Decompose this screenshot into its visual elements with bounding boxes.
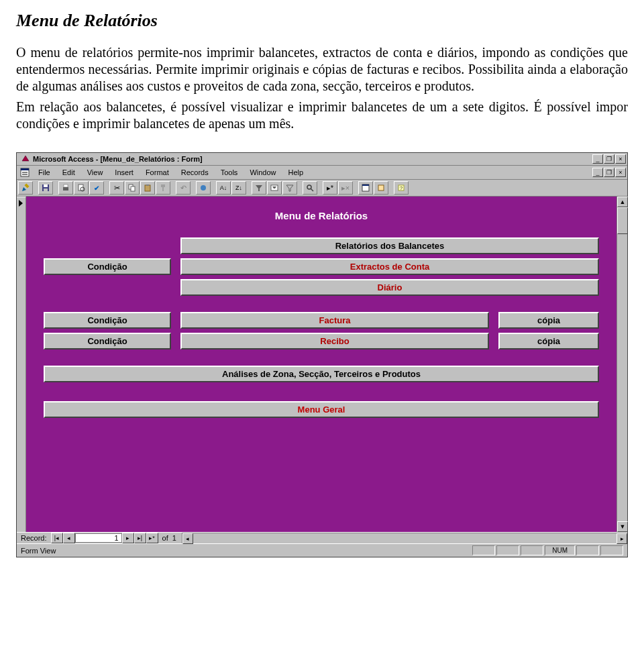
undo-button[interactable]: ↶ (176, 181, 191, 195)
svg-rect-8 (63, 187, 68, 191)
nav-last-button[interactable]: ▸| (134, 533, 146, 543)
design-view-button[interactable] (18, 181, 33, 195)
menubar: File Edit View Insert Format Records Too… (33, 166, 592, 178)
status-cell-5 (576, 545, 599, 555)
svg-point-18 (201, 185, 206, 191)
new-record-button[interactable]: ▸* (323, 181, 337, 195)
find-button[interactable] (303, 181, 317, 195)
help-button[interactable]: ? (394, 181, 409, 195)
svg-rect-1 (21, 168, 29, 170)
nav-first-button[interactable]: |◂ (51, 533, 63, 543)
intro-paragraph-1: O menu de relatórios permite-nos imprimi… (16, 44, 628, 95)
condicao-button-group1[interactable]: Condição (44, 258, 171, 275)
condicao-button-factura[interactable]: Condição (44, 312, 171, 329)
record-total: 1 (172, 534, 176, 542)
factura-button[interactable]: Factura (180, 312, 489, 329)
nav-prev-button[interactable]: ◂ (63, 533, 75, 543)
record-label: Record: (17, 533, 51, 543)
database-window-button[interactable] (358, 181, 373, 195)
statusbar: Form View NUM (17, 543, 627, 557)
form-mdi-icon[interactable] (19, 167, 30, 178)
menu-format[interactable]: Format (140, 166, 174, 178)
mdi-restore-button[interactable]: ❐ (604, 168, 614, 177)
menu-tools[interactable]: Tools (215, 166, 244, 178)
svg-rect-9 (64, 184, 68, 187)
svg-rect-15 (146, 184, 149, 186)
menu-file[interactable]: File (33, 166, 56, 178)
toolbar: ✔ ✂ ↶ A↓ Z↓ ▸* ▸× ? (17, 180, 627, 197)
menu-records[interactable]: Records (176, 166, 214, 178)
minimize-button[interactable]: _ (592, 154, 603, 164)
access-app-icon (21, 154, 30, 164)
hscroll-right-button[interactable]: ▸ (616, 533, 627, 544)
extractos-conta-button[interactable]: Extractos de Conta (180, 258, 599, 275)
apply-filter-button[interactable] (282, 181, 297, 195)
menu-window[interactable]: Window (244, 166, 281, 178)
diario-button[interactable]: Diário (180, 279, 599, 296)
svg-rect-14 (145, 185, 150, 191)
close-button[interactable]: × (615, 154, 626, 164)
app-titlebar: Microsoft Access - [Menu_de_Relatórios :… (17, 153, 627, 166)
status-cell-6 (600, 545, 623, 555)
access-window: Microsoft Access - [Menu_de_Relatórios :… (16, 152, 628, 557)
nav-next-button[interactable]: ▸ (122, 533, 134, 543)
copia-recibo-button[interactable]: cópia (498, 333, 599, 349)
form-area: Menu de Relatórios Relatórios dos Balanc… (17, 197, 627, 532)
sort-desc-button[interactable]: Z↓ (231, 181, 246, 195)
menu-insert[interactable]: Insert (109, 166, 139, 178)
save-button[interactable] (38, 181, 53, 195)
svg-rect-3 (22, 174, 28, 175)
condicao-button-recibo[interactable]: Condição (44, 333, 171, 349)
copia-factura-button[interactable]: cópia (498, 312, 599, 329)
format-painter-button[interactable] (156, 181, 170, 195)
svg-text:?: ? (400, 185, 403, 191)
restore-button[interactable]: ❐ (604, 154, 614, 164)
hscroll-left-button[interactable]: ◂ (182, 533, 193, 544)
horizontal-scrollbar[interactable]: ◂ ▸ (182, 533, 627, 543)
mdi-minimize-button[interactable]: _ (592, 168, 603, 177)
analises-button[interactable]: Análises de Zona, Secção, Terceiros e Pr… (44, 366, 599, 382)
svg-rect-4 (24, 183, 29, 188)
svg-rect-17 (162, 187, 164, 191)
mdi-close-button[interactable]: × (615, 168, 626, 177)
status-num-cell: NUM (545, 545, 575, 555)
cut-button[interactable]: ✂ (109, 181, 124, 195)
sort-asc-button[interactable]: A↓ (216, 181, 231, 195)
copy-button[interactable] (125, 181, 140, 195)
scroll-up-button[interactable]: ▲ (617, 197, 628, 207)
menu-view[interactable]: View (82, 166, 109, 178)
menu-edit[interactable]: Edit (57, 166, 80, 178)
filter-by-selection-button[interactable] (252, 181, 266, 195)
svg-rect-24 (378, 185, 384, 191)
of-label: of (158, 534, 172, 542)
delete-record-button[interactable]: ▸× (338, 181, 353, 195)
relatorios-balancetes-button[interactable]: Relatórios dos Balancetes (180, 237, 599, 254)
record-selector[interactable] (17, 197, 26, 532)
page-title: Menu de Relatórios (16, 11, 628, 31)
status-cell-3 (521, 545, 543, 555)
scroll-down-button[interactable]: ▼ (617, 521, 628, 532)
svg-rect-6 (44, 184, 48, 187)
svg-rect-2 (22, 172, 28, 173)
status-cell-1 (472, 545, 495, 555)
menu-geral-button[interactable]: Menu Geral (44, 401, 599, 418)
record-number-input[interactable] (75, 533, 122, 543)
nav-new-button[interactable]: ▸* (146, 533, 158, 543)
status-left: Form View (21, 547, 56, 555)
form-heading: Menu de Relatórios (37, 210, 606, 221)
paste-button[interactable] (140, 181, 155, 195)
form-canvas: Menu de Relatórios Relatórios dos Balanc… (26, 197, 616, 532)
insert-hyperlink-button[interactable] (196, 181, 211, 195)
print-preview-button[interactable] (74, 181, 89, 195)
new-object-button[interactable] (374, 181, 388, 195)
vertical-scrollbar[interactable]: ▲ ▼ (616, 197, 627, 532)
menu-help[interactable]: Help (283, 166, 309, 178)
filter-by-form-button[interactable] (267, 181, 282, 195)
svg-rect-23 (362, 184, 369, 186)
recibo-button[interactable]: Recibo (180, 333, 489, 349)
scroll-thumb[interactable] (617, 207, 628, 234)
svg-rect-7 (44, 188, 48, 191)
status-cell-2 (496, 545, 519, 555)
print-button[interactable] (58, 181, 73, 195)
spelling-button[interactable]: ✔ (89, 181, 104, 195)
